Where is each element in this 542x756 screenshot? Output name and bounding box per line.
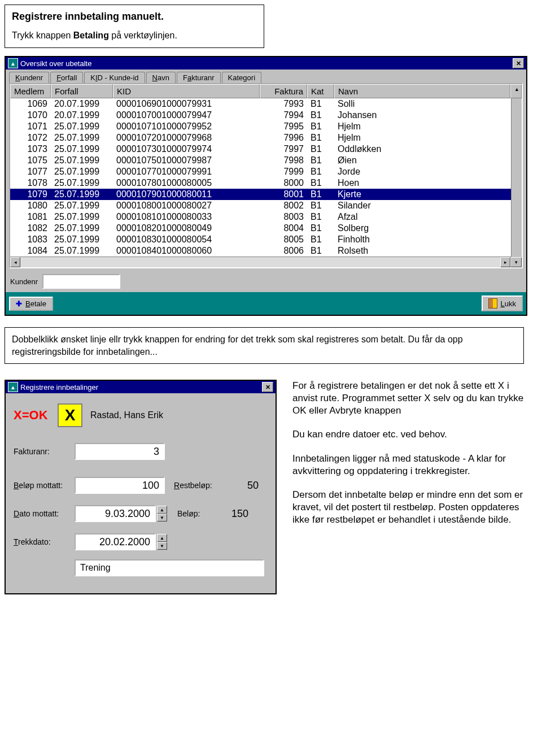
col-kid[interactable]: KID [113, 84, 260, 98]
close-button[interactable]: ✕ [262, 382, 273, 392]
spin-up-icon[interactable]: ▲ [157, 506, 167, 514]
belop-mottatt-label: Beløp mottatt: [14, 481, 75, 490]
dato-mottatt-input[interactable]: 9.03.2000 [75, 505, 156, 522]
close-button[interactable]: ✕ [513, 58, 524, 68]
table-row[interactable]: 107125.07.199900001071010000799527995B1H… [10, 121, 522, 132]
door-icon [488, 298, 497, 309]
tab[interactable]: Navn [146, 72, 176, 83]
table-row[interactable]: 108025.07.199900001080010000800278002B1S… [10, 200, 522, 211]
trekkdato-spinner[interactable]: ▲ ▼ [157, 534, 167, 550]
grid-header: Medlem Forfall KID Faktura Kat Navn ▲ [10, 84, 522, 98]
spin-up-icon[interactable]: ▲ [157, 534, 167, 542]
box1-line-post: på verktøylinjen. [109, 31, 177, 40]
fakturanr-label: Fakturanr: [14, 447, 75, 456]
belop-label: Beløp: [177, 509, 209, 518]
scroll-up-button[interactable]: ▲ [510, 84, 522, 98]
system-menu-icon[interactable]: ▲ [8, 58, 18, 68]
table-row[interactable]: 106920.07.199900001069010000799317993B1S… [10, 98, 522, 110]
kundenr-input[interactable] [42, 274, 120, 289]
col-faktura[interactable]: Faktura [260, 84, 307, 98]
system-menu-icon[interactable]: ▲ [8, 382, 18, 392]
kundenr-label: Kundenr [10, 277, 38, 286]
belop-mottatt-input[interactable]: 100 [75, 477, 165, 494]
dropdown-value: Trening [80, 563, 111, 573]
x-ok-label: X=OK [14, 408, 58, 423]
window-registrere-innbetalinger: ▲ Registrere innbetalinger ✕ X=OK X Rast… [5, 380, 277, 594]
dato-mottatt-label: Dato mottatt: [14, 509, 75, 518]
scroll-right-button[interactable]: ▸ [500, 257, 510, 267]
col-forfall[interactable]: Forfall [51, 84, 113, 98]
box1-title: Registrere innbetaling manuelt. [12, 11, 257, 23]
window-button-bar: ✚ Betale Lukk [6, 292, 526, 315]
data-grid: Medlem Forfall KID Faktura Kat Navn ▲ 10… [9, 83, 523, 268]
dato-mottatt-spinner[interactable]: ▲ ▼ [157, 506, 167, 522]
tab[interactable]: Fakturanr [177, 72, 221, 83]
spin-down-icon[interactable]: ▼ [157, 514, 167, 522]
trekkdato-label: Trekkdato: [14, 537, 75, 546]
explanation-p3: Innbetalingen ligger nå med statuskode -… [292, 453, 535, 477]
restbelop-value: 50 [225, 480, 259, 492]
window2-title: Registrere innbetalinger [20, 383, 98, 392]
scroll-left-button[interactable]: ◂ [10, 257, 20, 267]
col-navn[interactable]: Navn [334, 84, 510, 98]
table-row[interactable]: 107925.07.199900001079010000800118001B1K… [10, 189, 522, 200]
col-kat[interactable]: Kat [307, 84, 334, 98]
lukk-button[interactable]: Lukk [482, 296, 523, 311]
scroll-down-button[interactable]: ▾ [510, 257, 522, 267]
table-row[interactable]: 107725.07.199900001077010000799917999B1J… [10, 166, 522, 177]
table-row[interactable]: 108425.07.199900001084010000800608006B1R… [10, 245, 522, 257]
lukk-label: Lukk [501, 299, 516, 308]
window-title: Oversikt over ubetalte [20, 59, 91, 68]
instruction-box-2: Dobbelklikk ønsket linje ellr trykk knap… [5, 327, 524, 364]
belop-value: 150 [209, 508, 248, 520]
table-row[interactable]: 107825.07.199900001078010000800058000B1H… [10, 177, 522, 189]
window-oversikt-ubetalte: ▲ Oversikt over ubetalte ✕ KundenrForfal… [5, 56, 527, 316]
spin-down-icon[interactable]: ▼ [157, 542, 167, 550]
tab[interactable]: Kategori [222, 72, 261, 83]
restbelop-label: Restbeløp: [174, 481, 225, 490]
table-row[interactable]: 108125.07.199900001081010000800338003B1A… [10, 211, 522, 223]
trekkdato-input[interactable]: 20.02.2000 [75, 533, 156, 550]
explanation-p1: For å registrere betalingen er det nok å… [292, 380, 535, 417]
betale-button[interactable]: ✚ Betale [9, 297, 53, 311]
tab[interactable]: Kundenr [9, 72, 49, 83]
titlebar-2[interactable]: ▲ Registrere innbetalinger ✕ [6, 381, 276, 393]
explanation-text: For å registrere betalingen er det nok å… [292, 380, 535, 537]
plus-icon: ✚ [16, 299, 22, 308]
col-medlem[interactable]: Medlem [10, 84, 51, 98]
box1-line-pre: Trykk knappen [12, 31, 73, 40]
horizontal-scrollbar[interactable]: ◂ ▸ ▾ [10, 257, 522, 267]
tab[interactable]: KID - Kunde-id [84, 72, 145, 83]
instruction-box-1: Registrere innbetaling manuelt. Trykk kn… [5, 5, 264, 48]
box1-line: Trykk knappen Betaling på verktøylinjen. [12, 31, 257, 41]
table-row[interactable]: 108225.07.199900001082010000800498004B1S… [10, 223, 522, 234]
table-row[interactable]: 108325.07.199900001083010000800548005B1F… [10, 234, 522, 245]
category-dropdown[interactable]: Trening [75, 559, 264, 576]
table-row[interactable]: 107020.07.199900001070010000799477994B1J… [10, 110, 522, 121]
x-checkbox[interactable]: X [58, 403, 82, 427]
table-row[interactable]: 107525.07.199900001075010000799877998B1Ø… [10, 155, 522, 166]
window-footer: Kundenr [6, 268, 526, 292]
table-row[interactable]: 107225.07.199900001072010000799687996B1H… [10, 132, 522, 144]
tab[interactable]: Forfall [50, 72, 83, 83]
titlebar[interactable]: ▲ Oversikt over ubetalte ✕ [6, 57, 526, 69]
explanation-p4: Dersom det innbetalte beløp er mindre en… [292, 489, 535, 526]
fakturanr-input[interactable]: 3 [75, 443, 165, 460]
tab-bar: KundenrForfallKID - Kunde-idNavnFakturan… [6, 69, 526, 83]
explanation-p2: Du kan endre datoer etc. ved behov. [292, 428, 535, 441]
betale-label: Betale [25, 299, 46, 308]
vertical-scrollbar[interactable] [511, 98, 522, 257]
box1-line-bold: Betaling [73, 31, 109, 40]
person-name: Rastad, Hans Erik [90, 410, 163, 420]
table-row[interactable]: 107325.07.199900001073010000799747997B1O… [10, 144, 522, 155]
